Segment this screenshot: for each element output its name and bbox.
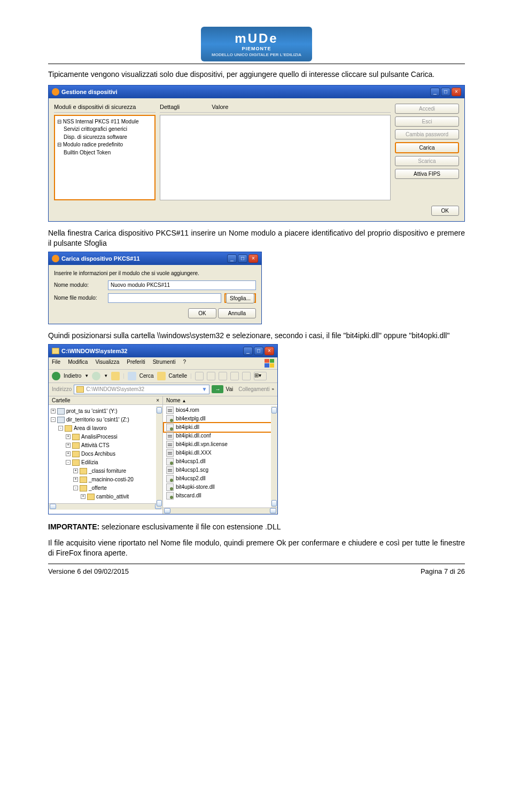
tool-icon[interactable]	[230, 372, 239, 380]
scarica-button: Scarica	[395, 156, 459, 166]
tree-item[interactable]: +_classi forniture	[51, 467, 160, 475]
maximize-button[interactable]: □	[254, 347, 263, 355]
scroll-down[interactable]	[271, 500, 277, 506]
detail-panel	[160, 115, 391, 200]
sfoglia-button[interactable]: Sfoglia...	[226, 293, 254, 303]
tree-item[interactable]: +prot_ta su 'csint1' (Y:)	[51, 407, 160, 416]
tree-item[interactable]: -Edilizia	[51, 458, 160, 467]
folder-icon	[76, 386, 84, 393]
search-button[interactable]: Cerca	[139, 373, 154, 379]
search-icon[interactable]	[128, 372, 136, 380]
close-button[interactable]: ×	[248, 254, 258, 263]
go-button[interactable]: →	[212, 385, 223, 393]
folders-icon[interactable]	[157, 372, 166, 380]
windows-flag-icon	[265, 359, 274, 368]
minimize-button[interactable]: _	[430, 88, 440, 96]
maximize-button[interactable]: □	[441, 88, 450, 96]
attiva-fips-button[interactable]: Attiva FIPS	[395, 169, 459, 179]
file-item[interactable]: bit4ipki.dll	[164, 423, 276, 432]
menu-file[interactable]: File	[52, 359, 60, 368]
tree-item[interactable]: +_macinino-costi-20	[51, 475, 160, 484]
file-item[interactable]: bit4extplg.dll	[164, 415, 276, 423]
tree-item[interactable]: +Docs Archibus	[51, 450, 160, 458]
firefox-icon	[52, 88, 59, 96]
back-icon[interactable]	[52, 372, 60, 380]
logo-sub: PIEMONTE	[212, 46, 301, 51]
nome-modulo-input[interactable]	[108, 280, 256, 290]
tool-icon[interactable]	[219, 372, 227, 380]
paragraph-3: Quindi posizionarsi sulla cartella \\win…	[48, 331, 465, 341]
cambia-password-button: Cambia password	[395, 129, 459, 139]
header-logo: mUDe PIEMONTE MODELLO UNICO DIGITALE PER…	[48, 27, 465, 61]
tree-item[interactable]: Disp. di sicurezza software	[57, 134, 152, 142]
forward-icon[interactable]	[92, 372, 100, 380]
tree-item[interactable]: -Area di lavoro	[51, 424, 160, 433]
file-item[interactable]: bit4ucsp2.dll	[164, 474, 276, 483]
address-label: Indirizzo	[52, 386, 72, 392]
tool-icon[interactable]	[207, 372, 215, 380]
logo-main: mUDe	[212, 31, 301, 46]
minimize-button[interactable]: _	[243, 347, 253, 355]
tree-item[interactable]: -dir_territorio su 'csint1' (Z:)	[51, 416, 160, 424]
back-button[interactable]: Indietro	[64, 373, 81, 379]
file-item[interactable]: bios4.rom	[164, 406, 276, 415]
menu-visualizza[interactable]: Visualizza	[95, 359, 119, 368]
carica-button[interactable]: Carica	[395, 142, 459, 153]
file-item[interactable]: bit4upki-store.dll	[164, 483, 276, 491]
column-name[interactable]: Nome	[166, 397, 181, 403]
paragraph-2: Nella finestra Carica dispositivo PKCS#1…	[48, 228, 465, 248]
tool-icon[interactable]	[242, 372, 251, 380]
file-item[interactable]: bit4ucsp1.scg	[164, 466, 276, 474]
go-label[interactable]: Vai	[226, 386, 233, 392]
tree-item[interactable]: ⊟ Modulo radice predefinito	[57, 141, 152, 149]
file-item[interactable]: bit4ipki.dll.vpn.license	[164, 440, 276, 449]
menu-modifica[interactable]: Modifica	[68, 359, 88, 368]
minimize-button[interactable]: _	[227, 254, 237, 263]
scroll-left[interactable]	[50, 504, 56, 509]
ok-button[interactable]: OK	[188, 308, 216, 318]
tree-item[interactable]: +AnalisiProcessi	[51, 433, 160, 441]
scroll-left[interactable]	[164, 508, 170, 513]
paragraph-5: Il file acquisito viene riportato nel No…	[48, 538, 465, 558]
window-load-pkcs11: Carica dispositivo PKCS#11 _ □ × Inserir…	[48, 252, 262, 324]
scroll-down[interactable]	[157, 500, 162, 506]
annulla-button[interactable]: Annulla	[218, 308, 256, 318]
tool-icon[interactable]	[195, 372, 204, 380]
firefox-icon	[52, 255, 59, 262]
close-panel-button[interactable]: ×	[156, 397, 159, 403]
folders-button[interactable]: Cartelle	[169, 373, 187, 379]
links-label[interactable]: Collegamenti	[238, 386, 269, 392]
tree-item[interactable]: +cambio_attivit	[51, 493, 160, 501]
column-detail: Dettagli	[160, 104, 180, 110]
instruction-label: Inserire le informazioni per il modulo c…	[54, 270, 256, 276]
nome-file-input[interactable]	[108, 293, 221, 303]
scroll-right[interactable]	[270, 508, 276, 513]
maximize-button[interactable]: □	[238, 254, 247, 263]
tree-item[interactable]: Builtin Object Token	[57, 149, 152, 157]
tree-item[interactable]: -_offerte	[51, 484, 160, 493]
close-button[interactable]: ×	[452, 88, 461, 96]
menu-help[interactable]: ?	[183, 359, 186, 368]
up-icon[interactable]	[111, 372, 120, 380]
window-title: Carica dispositivo PKCS#11	[61, 255, 225, 262]
scroll-up[interactable]	[271, 407, 277, 413]
paragraph-important: IMPORTANTE: selezionare esclusivamente i…	[48, 522, 465, 532]
file-item[interactable]: bit4ipki.dll.conf	[164, 432, 276, 440]
nome-modulo-label: Nome modulo:	[54, 282, 105, 288]
menu-strumenti[interactable]: Strumenti	[153, 359, 176, 368]
tree-item[interactable]: ⊟ NSS Internal PKCS #11 Module	[57, 118, 152, 126]
address-bar[interactable]: C:\WINDOWS\system32 ▼	[74, 385, 209, 394]
scroll-up[interactable]	[157, 407, 162, 413]
file-item[interactable]: bitscard.dll	[164, 491, 276, 500]
tree-item[interactable]: Servizi crittografici generici	[57, 126, 152, 134]
close-button[interactable]: ×	[265, 347, 274, 355]
file-item[interactable]: bit4ucsp1.dll	[164, 457, 276, 466]
ok-button[interactable]: OK	[431, 206, 459, 216]
view-dropdown[interactable]: ⊞▾	[254, 372, 267, 380]
file-item[interactable]: bit4ipki.dll.XXX	[164, 449, 276, 457]
menu-preferiti[interactable]: Preferiti	[127, 359, 145, 368]
tree-item[interactable]: +Attività CTS	[51, 441, 160, 450]
folder-icon	[52, 348, 59, 354]
file-list-panel: Nome ▲ bios4.rombit4extplg.dllbit4ipki.d…	[163, 396, 277, 514]
security-modules-tree[interactable]: ⊟ NSS Internal PKCS #11 Module Servizi c…	[54, 115, 156, 200]
